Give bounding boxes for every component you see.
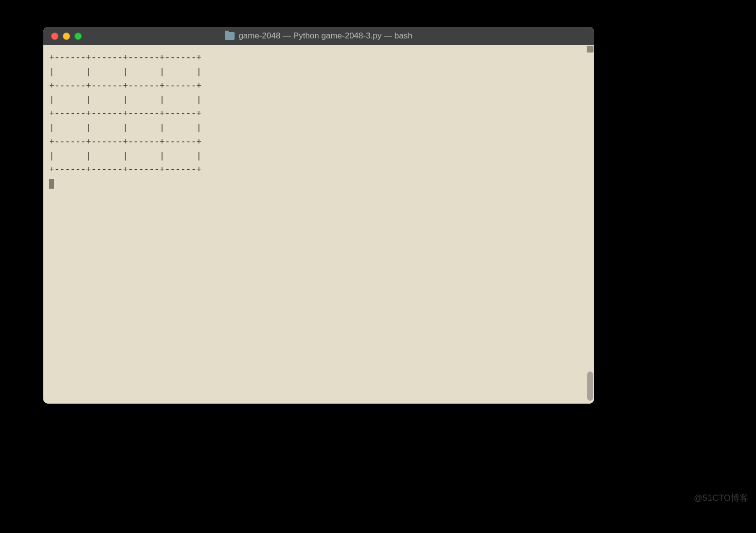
scrollbar[interactable] bbox=[586, 45, 594, 404]
titlebar[interactable]: game-2048 — Python game-2048-3.py — bash bbox=[43, 27, 594, 45]
terminal-body[interactable]: +------+------+------+------+ | | | | | … bbox=[43, 45, 594, 404]
close-button[interactable] bbox=[51, 33, 58, 40]
watermark: @51CTO博客 bbox=[694, 492, 748, 504]
output-line: +------+------+------+------+ bbox=[49, 109, 201, 119]
maximize-button[interactable] bbox=[74, 33, 82, 40]
minimize-button[interactable] bbox=[63, 33, 70, 40]
output-line: +------+------+------+------+ bbox=[49, 53, 201, 63]
window-title: game-2048 — Python game-2048-3.py — bash bbox=[238, 31, 412, 41]
traffic-lights bbox=[51, 33, 82, 40]
output-line: | | | | | bbox=[49, 123, 201, 133]
output-line: +------+------+------+------+ bbox=[49, 137, 201, 147]
terminal-cursor bbox=[49, 179, 54, 189]
output-line: | | | | | bbox=[49, 95, 201, 105]
terminal-window: game-2048 — Python game-2048-3.py — bash… bbox=[43, 27, 594, 404]
output-line: | | | | | bbox=[49, 151, 201, 161]
title-container: game-2048 — Python game-2048-3.py — bash bbox=[225, 31, 412, 41]
output-line: +------+------+------+------+ bbox=[49, 165, 201, 175]
terminal-output[interactable]: +------+------+------+------+ | | | | | … bbox=[43, 45, 586, 404]
scroll-handle-icon[interactable] bbox=[587, 46, 594, 53]
scroll-thumb[interactable] bbox=[587, 372, 593, 401]
output-line: | | | | | bbox=[49, 67, 201, 77]
output-line: +------+------+------+------+ bbox=[49, 81, 201, 91]
folder-icon bbox=[225, 32, 234, 40]
